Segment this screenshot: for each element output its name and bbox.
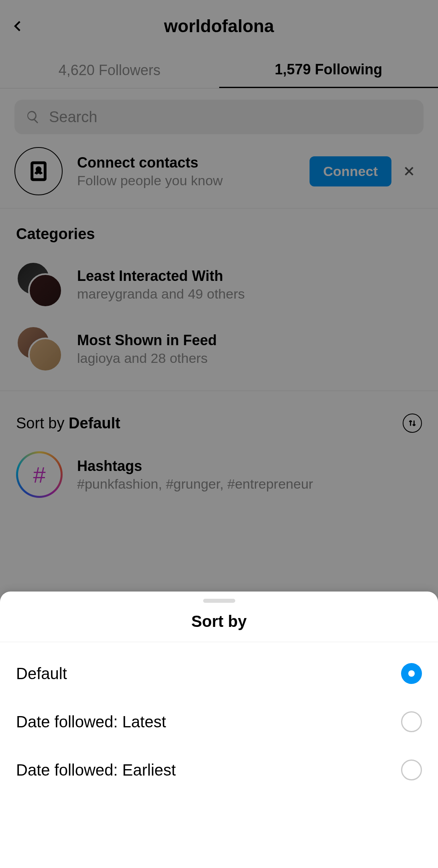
- category-most-shown[interactable]: Most Shown in Feed lagioya and 28 others: [0, 317, 438, 381]
- category-subtitle: mareygranda and 49 others: [77, 286, 245, 302]
- sort-prefix: Sort by: [16, 415, 69, 432]
- connect-title: Connect contacts: [77, 154, 310, 171]
- sheet-title: Sort by: [0, 612, 438, 642]
- hashtags-subtitle: #punkfashion, #grunger, #entrepreneur: [77, 476, 313, 492]
- option-label: Date followed: Latest: [16, 713, 401, 731]
- category-title: Most Shown in Feed: [77, 332, 217, 349]
- avatar-stack: [16, 326, 63, 372]
- contacts-icon: [27, 160, 50, 182]
- search-field[interactable]: [14, 100, 424, 134]
- radio-unselected[interactable]: [401, 711, 422, 732]
- connect-subtitle: Follow people you know: [77, 173, 310, 188]
- page-title: worldofalona: [0, 16, 438, 36]
- category-title: Least Interacted With: [77, 268, 245, 285]
- radio-unselected[interactable]: [401, 760, 422, 780]
- category-subtitle: lagioya and 28 others: [77, 350, 217, 366]
- search-input[interactable]: [49, 108, 412, 126]
- connect-button[interactable]: Connect: [310, 156, 391, 186]
- avatar-stack: [16, 261, 63, 308]
- hashtags-row[interactable]: # Hashtags #punkfashion, #grunger, #entr…: [0, 441, 438, 508]
- category-least-interacted[interactable]: Least Interacted With mareygranda and 49…: [0, 252, 438, 317]
- sort-bottom-sheet: Sort by Default Date followed: Latest Da…: [0, 592, 438, 868]
- svg-point-1: [37, 168, 40, 171]
- sheet-drag-handle[interactable]: [203, 599, 235, 603]
- sort-arrows-icon: [407, 418, 418, 428]
- sort-option-default[interactable]: Default: [16, 649, 422, 698]
- sort-current[interactable]: Sort by Default: [16, 415, 403, 432]
- hashtag-icon: #: [18, 453, 61, 496]
- sort-option-latest[interactable]: Date followed: Latest: [16, 698, 422, 746]
- search-icon: [26, 110, 40, 124]
- contacts-icon-circle: [14, 147, 63, 195]
- tab-following[interactable]: 1,579 Following: [219, 52, 438, 88]
- tab-followers[interactable]: 4,620 Followers: [0, 52, 219, 88]
- sort-value: Default: [69, 415, 120, 432]
- sort-button[interactable]: [403, 414, 422, 433]
- close-icon: [403, 165, 416, 178]
- dismiss-connect-button[interactable]: [395, 165, 424, 178]
- option-label: Date followed: Earliest: [16, 761, 401, 779]
- sort-option-earliest[interactable]: Date followed: Earliest: [16, 746, 422, 794]
- option-label: Default: [16, 665, 401, 683]
- hashtags-title: Hashtags: [77, 458, 313, 475]
- radio-selected[interactable]: [401, 663, 422, 684]
- hashtag-avatar: #: [16, 451, 63, 498]
- categories-heading: Categories: [0, 209, 438, 252]
